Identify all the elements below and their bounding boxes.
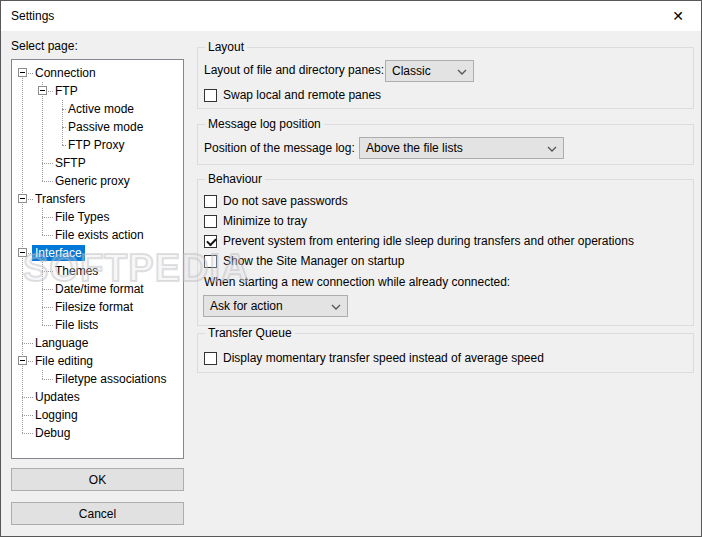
dropdown-value: Above the file lists (366, 141, 463, 155)
collapse-icon[interactable] (18, 194, 27, 203)
message-log-label: Position of the message log: (204, 141, 355, 155)
tree-item-datetime-format[interactable]: Date/time format (12, 280, 183, 298)
tree-item-language[interactable]: Language (12, 334, 183, 352)
ok-button[interactable]: OK (11, 468, 184, 491)
checkbox-icon[interactable] (204, 89, 217, 102)
group-title: Message log position (205, 117, 324, 131)
panes-label: Layout of file and directory panes: (204, 63, 384, 77)
message-log-dropdown[interactable]: Above the file lists (359, 137, 564, 159)
select-page-label: Select page: (11, 39, 78, 53)
tree-item-filetype-associations[interactable]: Filetype associations (12, 370, 183, 388)
tree-item-ftp[interactable]: FTP (12, 82, 183, 100)
tree-item-ftp-proxy[interactable]: FTP Proxy (12, 136, 183, 154)
checkbox-label: Minimize to tray (223, 214, 307, 228)
checkbox-label: Display momentary transfer speed instead… (223, 351, 544, 365)
tree-item-file-exists-action[interactable]: File exists action (12, 226, 183, 244)
collapse-icon[interactable] (38, 86, 47, 95)
tree-item-interface[interactable]: Interface (12, 244, 183, 262)
show-site-manager-checkbox-row[interactable]: Show the Site Manager on startup (204, 254, 404, 268)
collapse-icon[interactable] (18, 68, 27, 77)
settings-tree: Connection FTP Active mode Passive mode … (11, 59, 184, 459)
group-title: Layout (205, 40, 247, 54)
checkbox-label: Swap local and remote panes (223, 88, 381, 102)
group-title: Transfer Queue (205, 326, 295, 340)
no-save-passwords-checkbox-row[interactable]: Do not save passwords (204, 194, 348, 208)
checkbox-label: Do not save passwords (223, 194, 348, 208)
cancel-button[interactable]: Cancel (11, 502, 184, 525)
tree-item-transfers[interactable]: Transfers (12, 190, 183, 208)
dropdown-value: Classic (392, 64, 431, 78)
message-log-group: Message log position Position of the mes… (197, 124, 694, 165)
momentary-speed-checkbox-row[interactable]: Display momentary transfer speed instead… (204, 351, 544, 365)
group-title: Behaviour (205, 172, 265, 186)
window-title: Settings (11, 9, 54, 23)
layout-group: Layout Layout of file and directory pane… (197, 47, 694, 109)
swap-panes-checkbox-row[interactable]: Swap local and remote panes (204, 88, 381, 102)
checkbox-icon[interactable] (204, 195, 217, 208)
tree-item-generic-proxy[interactable]: Generic proxy (12, 172, 183, 190)
dropdown-value: Ask for action (210, 299, 283, 313)
layout-panes-dropdown[interactable]: Classic (385, 60, 474, 82)
tree-item-passive-mode[interactable]: Passive mode (12, 118, 183, 136)
checkbox-label: Prevent system from entering idle sleep … (223, 234, 634, 248)
collapse-icon[interactable] (18, 356, 27, 365)
chevron-down-icon (457, 69, 467, 75)
tree-item-debug[interactable]: Debug (12, 424, 183, 442)
checkbox-icon[interactable] (204, 255, 217, 268)
checkbox-icon[interactable] (204, 215, 217, 228)
new-connection-label: When starting a new connection while alr… (204, 275, 510, 289)
tree-item-updates[interactable]: Updates (12, 388, 183, 406)
checkbox-label: Show the Site Manager on startup (223, 254, 404, 268)
collapse-icon[interactable] (18, 248, 27, 257)
settings-dialog: Settings ✕ Select page: Connection FTP A… (0, 0, 702, 537)
close-icon[interactable]: ✕ (655, 1, 701, 31)
transfer-queue-group: Transfer Queue Display momentary transfe… (197, 333, 694, 373)
tree-item-active-mode[interactable]: Active mode (12, 100, 183, 118)
tree-item-file-types[interactable]: File Types (12, 208, 183, 226)
new-connection-dropdown[interactable]: Ask for action (203, 295, 348, 317)
tree-item-themes[interactable]: Themes (12, 262, 183, 280)
tree-item-file-editing[interactable]: File editing (12, 352, 183, 370)
tree-item-logging[interactable]: Logging (12, 406, 183, 424)
titlebar: Settings ✕ (1, 1, 701, 31)
tree-item-file-lists[interactable]: File lists (12, 316, 183, 334)
checkbox-checked-icon[interactable] (204, 235, 217, 248)
tree-item-sftp[interactable]: SFTP (12, 154, 183, 172)
tree-item-connection[interactable]: Connection (12, 64, 183, 82)
minimize-to-tray-checkbox-row[interactable]: Minimize to tray (204, 214, 307, 228)
chevron-down-icon (547, 146, 557, 152)
checkbox-icon[interactable] (204, 352, 217, 365)
prevent-idle-sleep-checkbox-row[interactable]: Prevent system from entering idle sleep … (204, 234, 634, 248)
chevron-down-icon (331, 304, 341, 310)
tree-item-filesize-format[interactable]: Filesize format (12, 298, 183, 316)
behaviour-group: Behaviour Do not save passwords Minimize… (197, 179, 694, 326)
